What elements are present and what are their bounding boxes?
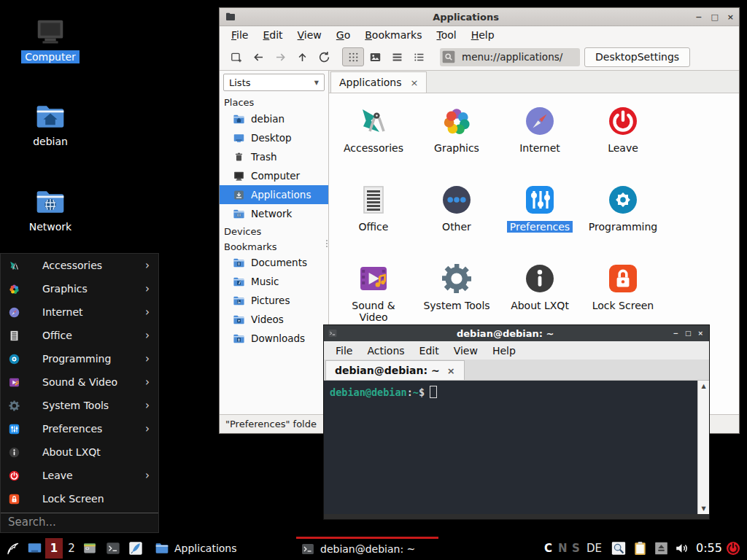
power-icon: [725, 540, 741, 556]
folder-item-preferences[interactable]: Preferences: [498, 179, 581, 258]
main-menu-button[interactable]: [4, 540, 22, 557]
sidebar-item-network[interactable]: Network: [220, 204, 328, 223]
menu-tool[interactable]: Tool: [429, 29, 463, 41]
menu-view[interactable]: View: [290, 29, 329, 41]
menu-item-office[interactable]: Office: [1, 324, 158, 347]
folder-item-graphics[interactable]: Graphics: [415, 101, 498, 179]
terminal-scrollbar[interactable]: ▲ ▼: [697, 381, 709, 514]
maximize-button[interactable]: [711, 13, 718, 21]
tray-clipboard-button[interactable]: [632, 540, 649, 557]
icon-view-button[interactable]: [342, 47, 364, 66]
task-button-applications[interactable]: Applications: [150, 537, 293, 559]
kbd-indicator-caps[interactable]: C: [544, 542, 552, 555]
quicklaunch-archiver-button[interactable]: [82, 540, 98, 556]
sidebar-item-videos[interactable]: Videos: [220, 310, 328, 329]
detailed-list-button[interactable]: [386, 47, 408, 66]
desktop-icon-computer[interactable]: Computer: [18, 15, 83, 63]
folder-item-leave[interactable]: Leave: [581, 101, 665, 179]
desktop-settings-button[interactable]: DesktopSettings: [584, 47, 690, 67]
folder-item-accessories[interactable]: Accessories: [332, 101, 415, 179]
close-button[interactable]: [727, 13, 734, 21]
menu-actions[interactable]: Actions: [360, 345, 411, 357]
workspace-2-button[interactable]: 2: [63, 538, 80, 559]
sidebar-item-debian[interactable]: debian: [220, 109, 328, 128]
minimize-button[interactable]: [695, 13, 702, 21]
maximize-button[interactable]: [685, 330, 692, 337]
menu-item-programming[interactable]: Programming: [1, 347, 158, 370]
menu-edit[interactable]: Edit: [412, 345, 446, 357]
compact-view-button[interactable]: [408, 47, 430, 66]
quicklaunch-featherpad-button[interactable]: [128, 540, 144, 556]
minimize-button[interactable]: [673, 330, 678, 337]
quicklaunch-terminal-button[interactable]: [105, 540, 121, 556]
fm-titlebar[interactable]: Applications: [220, 8, 739, 26]
sidebar-item-trash[interactable]: Trash: [220, 147, 328, 166]
submenu-chevron-icon: [145, 470, 150, 481]
tray-magnifier-button[interactable]: [611, 540, 627, 556]
keyboard-layout-indicator[interactable]: DE: [587, 542, 602, 555]
menu-edit[interactable]: Edit: [255, 29, 290, 41]
sidebar-header-bookmarks: Bookmarks: [220, 238, 328, 253]
sidebar-item-computer[interactable]: Computer: [220, 166, 328, 185]
sidebar-item-music[interactable]: Music: [220, 272, 328, 291]
menu-item-sound-video[interactable]: Sound & Video: [1, 370, 158, 394]
menu-search-input[interactable]: Search...: [1, 513, 158, 531]
menu-item-leave[interactable]: Leave: [1, 464, 158, 487]
submenu-chevron-icon: [145, 284, 150, 295]
splitter-handle[interactable]: [326, 238, 328, 249]
up-button[interactable]: [291, 47, 313, 66]
address-bar[interactable]: menu://applications/: [440, 48, 580, 66]
scroll-up-icon[interactable]: ▲: [701, 381, 705, 392]
desktop-icon-network[interactable]: Network: [18, 186, 83, 233]
folder-item-other[interactable]: Other: [415, 179, 498, 258]
folder-item-office[interactable]: Office: [332, 179, 415, 258]
close-button[interactable]: [697, 330, 703, 337]
folder-item-programming[interactable]: Programming: [581, 179, 665, 258]
tray-volume-button[interactable]: [674, 540, 690, 556]
terminal-titlebar[interactable]: debian@debian: ~: [324, 325, 709, 341]
sidebar-item-pictures[interactable]: Pictures: [220, 291, 328, 310]
sidebar-item-desktop[interactable]: Desktop: [220, 128, 328, 147]
menu-help[interactable]: Help: [485, 345, 523, 357]
kbd-indicator-scroll[interactable]: S: [572, 542, 580, 555]
menu-item-about-lxqt[interactable]: About LXQt: [1, 440, 158, 464]
terminal-tab[interactable]: debian@debian: ~: [325, 360, 465, 380]
sidebar-mode-select[interactable]: Lists: [223, 74, 325, 91]
menu-item-preferences[interactable]: Preferences: [1, 417, 158, 440]
taskbar: 1 2 Applications debian@debian: ~ C N S …: [0, 537, 747, 560]
folder-item-internet[interactable]: Internet: [498, 101, 581, 179]
terminal-content[interactable]: debian@debian:~$ ▲ ▼: [324, 381, 709, 514]
menu-item-graphics[interactable]: Graphics: [1, 277, 158, 300]
graphics-icon: [439, 104, 474, 139]
leave-button[interactable]: [725, 540, 741, 556]
menu-item-system-tools[interactable]: System Tools: [1, 394, 158, 417]
tray-eject-button[interactable]: [654, 540, 669, 556]
menu-file[interactable]: File: [328, 345, 360, 357]
thumbnail-view-button[interactable]: [364, 47, 386, 66]
show-desktop-button[interactable]: [26, 540, 43, 556]
menu-item-lock-screen[interactable]: Lock Screen: [1, 487, 158, 510]
menu-item-accessories[interactable]: Accessories: [1, 254, 158, 277]
menu-file[interactable]: File: [224, 29, 255, 41]
kbd-indicator-num[interactable]: N: [558, 542, 568, 555]
menu-go[interactable]: Go: [329, 29, 357, 41]
sidebar-item-applications[interactable]: Applications: [220, 185, 328, 204]
menu-item-internet[interactable]: Internet: [1, 300, 158, 324]
new-tab-button[interactable]: [225, 47, 247, 66]
desktop-icon-debian[interactable]: debian: [18, 101, 83, 148]
scroll-down-icon[interactable]: ▼: [701, 503, 705, 514]
forward-button[interactable]: [269, 47, 291, 66]
reload-button[interactable]: [313, 47, 335, 66]
menu-bookmarks[interactable]: Bookmarks: [357, 29, 429, 41]
task-button-terminal[interactable]: debian@debian: ~: [296, 537, 438, 559]
back-button[interactable]: [247, 47, 269, 66]
menu-help[interactable]: Help: [464, 29, 502, 41]
menu-view[interactable]: View: [446, 345, 485, 357]
tab-close-icon[interactable]: [447, 366, 455, 376]
sidebar-item-downloads[interactable]: Downloads: [220, 329, 328, 348]
tab-applications[interactable]: Applications: [330, 71, 427, 93]
clock[interactable]: 0:55: [696, 541, 722, 555]
workspace-1-button[interactable]: 1: [45, 538, 63, 559]
tab-close-icon[interactable]: [411, 78, 419, 88]
sidebar-item-documents[interactable]: Documents: [220, 253, 328, 272]
